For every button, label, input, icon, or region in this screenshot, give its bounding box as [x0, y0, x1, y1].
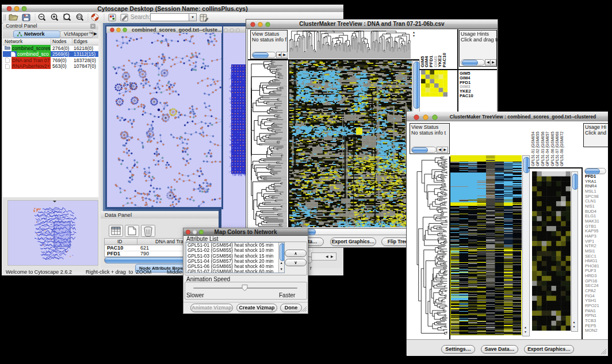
svg-text:GPL51-01 (GSM854: GPL51-01 (GSM854 — [531, 132, 536, 166]
svg-text:PAC10: PAC10 — [442, 52, 447, 67]
svg-text:GPL51-04 (GSM857: GPL51-04 (GSM857 — [545, 132, 550, 166]
svg-text:GPL51-07 (GSM868: GPL51-07 (GSM868 — [555, 132, 560, 166]
svg-text:GPL51-06 (GSM865: GPL51-06 (GSM865 — [550, 132, 555, 166]
svg-text:GPL51-08 (GSM872: GPL51-08 (GSM872 — [560, 132, 564, 166]
svg-text:GPL51-03 (GSM856: GPL51-03 (GSM856 — [541, 132, 545, 166]
svg-text:GPL51-02 (GSM855: GPL51-02 (GSM855 — [536, 132, 540, 166]
